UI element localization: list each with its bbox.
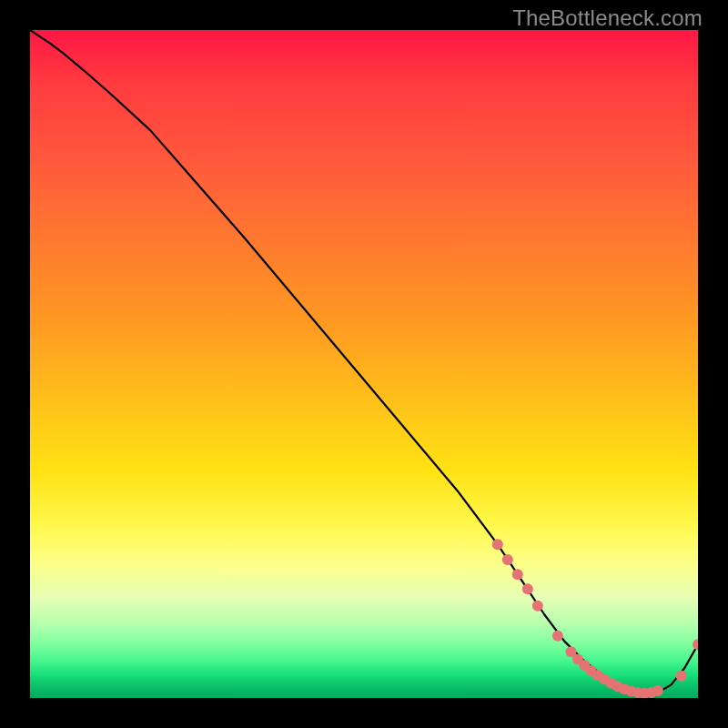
marker-point: [512, 569, 523, 580]
marker-point: [693, 639, 698, 650]
plot-area: [30, 30, 698, 698]
curve-layer: [30, 30, 698, 698]
marker-point: [676, 671, 687, 682]
marker-point: [552, 631, 563, 642]
bottleneck-curve: [30, 30, 698, 694]
highlight-markers: [492, 539, 698, 698]
marker-point: [492, 539, 503, 550]
marker-point: [652, 685, 663, 696]
watermark-text: TheBottleneck.com: [512, 5, 703, 31]
marker-point: [502, 554, 513, 565]
marker-point: [532, 601, 543, 612]
marker-point: [522, 583, 533, 594]
chart-stage: TheBottleneck.com: [0, 0, 728, 728]
